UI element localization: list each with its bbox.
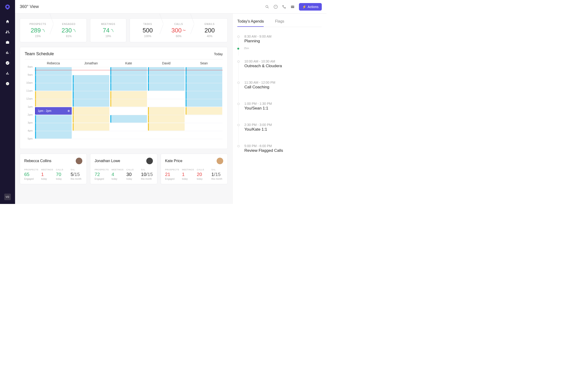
stat-sub: Engaged [24, 178, 38, 180]
stat-label: TASKS [132, 23, 163, 25]
time-cell[interactable] [147, 139, 185, 147]
time-cell[interactable] [110, 99, 147, 107]
time-cell[interactable] [147, 107, 185, 115]
time-grid[interactable]: 8am9am10am11am12am1pm1pm - 2pm⊗2pm3pm4pm… [25, 67, 223, 147]
time-cell[interactable] [147, 91, 185, 99]
time-cell[interactable] [147, 67, 185, 75]
tab-agenda[interactable]: Today's Agenda [237, 19, 264, 27]
schedule-event[interactable] [148, 123, 185, 131]
people-cards-row: Rebecca Collins PROSPECTS65EngagedMEETIN… [20, 154, 228, 184]
time-cell[interactable] [110, 131, 147, 139]
time-cell[interactable] [35, 115, 72, 123]
stat-label: ENGAGED [53, 23, 85, 25]
schedule-today-label[interactable]: Today [214, 52, 223, 56]
time-cell[interactable] [72, 99, 110, 107]
time-cell[interactable] [35, 123, 72, 131]
time-cell[interactable] [110, 139, 147, 147]
time-cell[interactable] [185, 67, 223, 75]
time-cell[interactable] [185, 83, 223, 91]
time-cell[interactable] [72, 75, 110, 83]
time-cell[interactable] [72, 139, 110, 147]
mail-icon[interactable] [290, 5, 295, 9]
actions-button[interactable]: ⚡ Actions [299, 3, 322, 11]
stat-engaged: ENGAGED 230〽 81% [53, 23, 85, 38]
time-cell[interactable] [185, 75, 223, 83]
schedule-event[interactable] [73, 123, 109, 131]
time-cell[interactable] [185, 99, 223, 107]
nav-briefcase[interactable] [3, 38, 12, 47]
time-cell[interactable] [185, 91, 223, 99]
time-cell[interactable] [147, 131, 185, 139]
nav-reports[interactable]: ⋮ [3, 48, 12, 57]
time-cell[interactable] [35, 75, 72, 83]
search-icon[interactable] [265, 5, 269, 9]
time-cell[interactable] [110, 107, 147, 115]
timeline-line [238, 126, 239, 144]
time-cell[interactable] [72, 131, 110, 139]
agenda-item-content: 1:00 PM - 1:30 PMYou/Sean 1:1 [244, 102, 322, 111]
time-cell[interactable] [110, 75, 147, 83]
help-icon[interactable]: ? [274, 5, 278, 9]
time-cell[interactable] [72, 115, 110, 123]
agenda-time: 1:00 PM - 1:30 PM [244, 102, 322, 106]
time-cell[interactable] [72, 67, 110, 75]
time-cell[interactable] [35, 91, 72, 99]
time-cell[interactable] [35, 139, 72, 147]
time-cell[interactable] [72, 91, 110, 99]
schedule-event[interactable] [186, 107, 222, 115]
agenda-item[interactable]: 2:30 PM - 3:00 PMYou/Kate 1:1 [237, 123, 322, 132]
time-cell[interactable] [147, 115, 185, 123]
person-card[interactable]: Rebecca Collins PROSPECTS65EngagedMEETIN… [20, 154, 87, 184]
time-cell[interactable] [72, 83, 110, 91]
nav-download[interactable] [3, 79, 12, 88]
time-cell[interactable] [147, 75, 185, 83]
time-row: 11am [25, 91, 223, 99]
phone-icon[interactable] [282, 5, 286, 9]
time-cell[interactable] [35, 131, 72, 139]
time-cell[interactable] [185, 115, 223, 123]
user-avatar[interactable]: VD [4, 194, 11, 200]
person-card[interactable]: Jonathan Lowe PROSPECTS72EngagedMEETINGS… [90, 154, 157, 184]
time-cell[interactable] [35, 99, 72, 107]
schedule-event[interactable] [110, 115, 147, 123]
time-cell[interactable] [110, 91, 147, 99]
agenda-item[interactable]: 1:00 PM - 1:30 PMYou/Sean 1:1 [237, 102, 322, 111]
close-icon[interactable]: ⊗ [68, 109, 70, 113]
stat-number: 74 [103, 27, 110, 34]
time-cell[interactable] [72, 123, 110, 131]
time-cell[interactable] [185, 107, 223, 115]
nav-tasks[interactable]: ⋮ [3, 58, 12, 68]
topbar-actions: ? ⚡ Actions [265, 3, 322, 11]
time-cell[interactable] [147, 99, 185, 107]
time-label: 10am [25, 81, 35, 84]
now-line [35, 70, 223, 70]
time-cell[interactable] [110, 67, 147, 75]
time-cell[interactable] [72, 107, 110, 115]
agenda-item[interactable]: 11:30 AM - 12:00 PMCall Coaching [237, 81, 322, 90]
time-cell[interactable]: 1pm - 2pm⊗ [35, 107, 72, 115]
time-cell[interactable] [35, 67, 72, 75]
time-cell[interactable] [147, 123, 185, 131]
time-cell[interactable] [185, 131, 223, 139]
time-cell[interactable] [147, 83, 185, 91]
agenda-item[interactable]: 5:00 PM - 6:00 PMReview Flagged Calls [237, 144, 322, 153]
nav-home[interactable] [3, 17, 12, 26]
time-cell[interactable] [110, 83, 147, 91]
nav-people[interactable] [3, 27, 12, 37]
nav-analytics[interactable] [3, 69, 12, 78]
time-cell[interactable] [35, 83, 72, 91]
person-stat: SAL10/15this month [141, 168, 153, 180]
tab-flags[interactable]: Flags [275, 19, 284, 27]
time-cell[interactable] [110, 123, 147, 131]
time-cell[interactable] [110, 115, 147, 123]
stat-label: PROSPECTS [22, 23, 53, 25]
time-cell[interactable] [185, 123, 223, 131]
agenda-item[interactable]: 10:00 AM - 10:30 AMOutreach & Cloudera [237, 59, 322, 68]
person-card[interactable]: Kate Price PROSPECTS21EngagedMEETINGS1to… [161, 154, 228, 184]
time-cell[interactable] [185, 139, 223, 147]
stat-label: PROSPECTS [165, 168, 179, 171]
schedule-highlight-event[interactable]: 1pm - 2pm⊗ [35, 107, 72, 115]
trend-up-icon: 〽 [111, 29, 114, 33]
sidebar-nav: ⋮ ⋮ VD [0, 0, 15, 204]
agenda-item[interactable]: 8:30 AM - 9:00 AMPlanning [237, 34, 322, 43]
